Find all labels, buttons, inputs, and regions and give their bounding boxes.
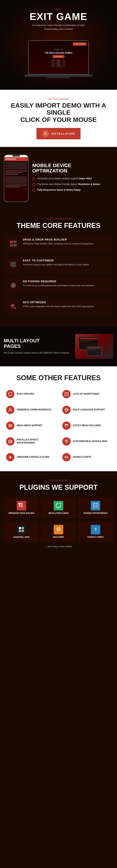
booked-icon — [91, 501, 100, 510]
essentialgrid-icon — [17, 525, 26, 534]
installation-icon: ⚡ — [42, 130, 49, 137]
svg-rect-2 — [10, 244, 13, 247]
svg-rect-43 — [18, 503, 21, 505]
mobile-feature-dot-3 — [32, 189, 35, 192]
drag-drop-desc: WPBakery Page Builder offers amazing too… — [23, 242, 94, 245]
phone-screen-content — [4, 161, 28, 202]
multi-layout-content: MULTI LAYOUT PAGES We create Several Uni… — [4, 338, 71, 354]
svg-rect-53 — [19, 527, 21, 529]
parallax-label: Parallax Effect Backgrounds — [17, 438, 55, 444]
laptop-mockup-wrapper: LIVE PREVIEW exit-game.com THE BEST ESCA… — [24, 40, 93, 78]
shortcodes-icon — [62, 390, 71, 398]
hero-meet-label: Meet — [4, 8, 113, 11]
svg-rect-39 — [65, 427, 68, 427]
svg-rect-19 — [80, 340, 93, 341]
phone-screen-header — [4, 157, 28, 161]
svg-rect-54 — [22, 527, 24, 529]
laptop-mockup: LIVE PREVIEW exit-game.com THE BEST ESCA… — [28, 40, 89, 74]
seo-title: SEO OPTIMIZED — [23, 301, 94, 304]
no-coding-content: NO CODING REQUIRED No need to be a profe… — [23, 280, 94, 287]
shortcodes-label: Lots of Shortcodes — [73, 393, 100, 396]
plugins-title: PLUGINS WE SUPPORT — [4, 484, 113, 491]
multilang-label: Multi Language Support — [73, 408, 105, 411]
customize-content: EASY TO CUSTOMIZE Awesome easy-to-use op… — [23, 259, 89, 266]
screen-url-bar: exit-game.com — [52, 48, 65, 51]
contactform7-label: CONTACT FORM 7 — [87, 536, 104, 538]
booked-label: BOOKED APPOINTMENTS — [84, 512, 108, 515]
easy-updates-icon — [6, 390, 14, 398]
svg-text:</>: </> — [11, 284, 15, 287]
mobile-section: MOBILE DEVICE OPTIMIZATION Absolutely al… — [0, 147, 117, 210]
customize-desc: Awesome easy-to-use options will adjust … — [23, 263, 89, 266]
plugins-grid-bottom: ESSENTIAL GRID MAILCHIMP 7 CONTACT FORM … — [4, 521, 113, 542]
plugins-footer: ... and many more others — [4, 545, 113, 548]
googlefonts-label: Google Fonts — [73, 456, 91, 459]
contactform7-icon: 7 — [91, 525, 100, 534]
googlemap-icon — [62, 437, 71, 445]
plugins-grid-top: WPBAKERY PAGE BUILDER REVOLUTION SLIDER — [4, 497, 113, 518]
screen-figures — [51, 60, 66, 67]
laptop-screen-btn: EXPLORE — [52, 55, 65, 58]
mobile-feature-dot-2 — [32, 183, 35, 186]
plugin-contactform7: 7 CONTACT FORM 7 — [78, 521, 113, 542]
mobile-title: MOBILE DEVICE OPTIMIZATION — [32, 163, 113, 174]
other-features-title: SOME OTHER FEATURES — [4, 374, 113, 382]
svg-rect-1 — [13, 241, 17, 243]
multi-layout-title: MULTI LAYOUT PAGES — [4, 338, 71, 349]
wpbakery-icon — [17, 501, 26, 510]
svg-rect-47 — [93, 503, 98, 508]
no-coding-title: NO CODING REQUIRED — [23, 280, 94, 283]
feature-googlemap: Customizable Google Map — [60, 435, 113, 448]
phone-screen — [4, 157, 28, 202]
seo-desc: HTML code integrated into the theme meet… — [23, 305, 94, 308]
fontello-icon — [6, 453, 14, 461]
customize-title: EASY TO CUSTOMIZE — [23, 259, 89, 262]
svg-rect-0 — [10, 241, 13, 243]
svg-rect-24 — [87, 347, 101, 348]
drag-drop-title: DRAG & DROP PAGE BUILDER — [23, 238, 94, 241]
seo-icon — [7, 301, 20, 312]
svg-rect-56 — [22, 530, 24, 532]
feature-multilang: Multi Language Support — [60, 403, 113, 416]
admin-icon — [6, 406, 14, 414]
megamenu-icon — [6, 422, 14, 430]
svg-rect-51 — [94, 506, 95, 507]
svg-rect-38 — [65, 426, 68, 426]
easy-updates-label: Easy Updates — [17, 393, 34, 396]
no-coding-icon: </> — [7, 280, 20, 291]
sticky-icon — [62, 422, 71, 430]
feature-sticky: Sticky Menu Included — [60, 419, 113, 432]
svg-point-59 — [57, 528, 58, 529]
feature-parallax: Parallax Effect Backgrounds — [4, 435, 57, 448]
multilang-icon — [62, 406, 71, 414]
drag-drop-icon — [7, 238, 20, 249]
mobile-content: MOBILE DEVICE OPTIMIZATION Absolutely al… — [32, 163, 113, 194]
feature-admin: Powerful Admin Interface — [4, 403, 57, 416]
mobile-feature-text-1: Absolutely all scrollable sections suppo… — [37, 177, 92, 180]
feature-drag-drop: DRAG & DROP PAGE BUILDER WPBakery Page B… — [4, 235, 113, 252]
installation-label: INSTALLATION — [51, 132, 75, 135]
svg-rect-37 — [65, 424, 68, 425]
fontello-label: Awesome Fontello Icons — [17, 456, 49, 459]
revolution-label: REVOLUTION SLIDER — [48, 512, 68, 515]
feature-megamenu: Mega Menu Support — [4, 419, 57, 432]
phone-mockup — [4, 155, 29, 202]
svg-point-42 — [66, 440, 67, 441]
mobile-feature-text-3: Fully Responsive layout & Retina Ready — [37, 188, 81, 192]
feature-shortcodes: Lots of Shortcodes — [60, 388, 113, 401]
svg-rect-27 — [65, 393, 68, 396]
one-click-label: One Click Installation — [6, 97, 111, 100]
feature-easy-updates: Easy Updates — [4, 388, 57, 401]
installation-button[interactable]: ⚡ INSTALLATION — [36, 128, 81, 140]
svg-rect-8 — [12, 263, 15, 264]
mobile-feature-text-2: The theme uses Mobile Friendly sliders: … — [37, 183, 100, 186]
hero-subtitle: An Awesome User-Friendly Combination of … — [32, 23, 85, 31]
phone-notch — [12, 155, 20, 157]
svg-rect-18 — [80, 338, 97, 339]
plugin-mailchimp: MAILCHIMP — [41, 521, 76, 542]
svg-point-58 — [59, 528, 60, 529]
other-features-section: SOME OTHER FEATURES Easy Updates Lots of… — [0, 366, 117, 471]
seo-content: SEO OPTIMIZED HTML code integrated into … — [23, 301, 94, 308]
sticky-label: Sticky Menu Included — [73, 424, 101, 427]
essentialgrid-label: ESSENTIAL GRID — [13, 536, 30, 538]
